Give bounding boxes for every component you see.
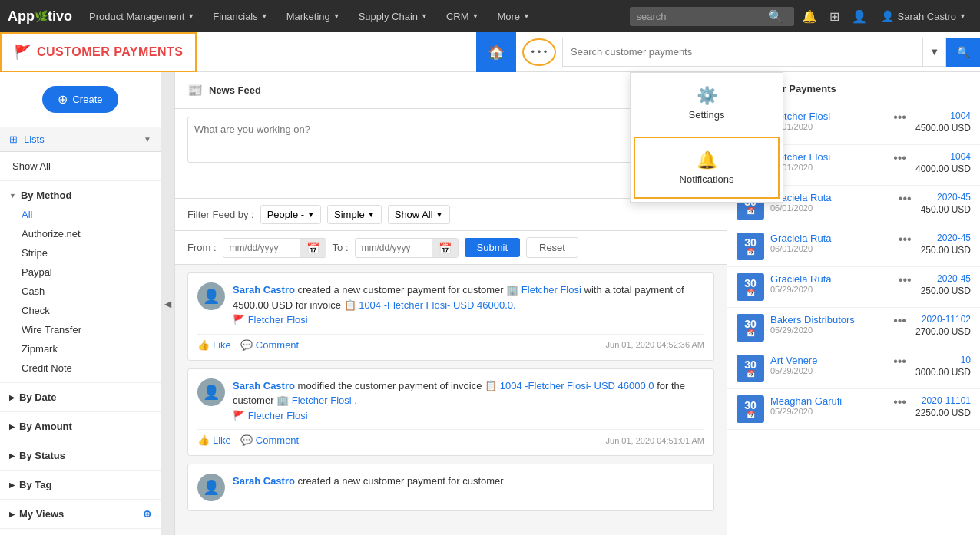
sidebar-item-cash[interactable]: Cash: [0, 282, 161, 301]
nav-item-more[interactable]: More ▼: [489, 0, 538, 32]
create-button[interactable]: ⊕ Create: [42, 86, 118, 113]
customer-name-link[interactable]: Graciela Ruta: [770, 192, 889, 203]
nav-item-supply-chain[interactable]: Supply Chain ▼: [351, 0, 435, 32]
from-calendar-btn[interactable]: 📅: [300, 239, 326, 257]
reset-button[interactable]: Reset: [526, 237, 578, 258]
customer-name-link[interactable]: Graciela Ruta: [770, 233, 889, 244]
nav-search-input[interactable]: [636, 11, 759, 22]
sidebar-item-paypal[interactable]: Paypal: [0, 263, 161, 282]
invoice-link[interactable]: 2020-45: [937, 192, 971, 203]
sidebar-section-my-views[interactable]: ▶ My Views ⊕: [0, 504, 161, 523]
payment-amount: 3000.00 USD: [915, 367, 971, 378]
more-options-button[interactable]: • • •: [522, 38, 556, 66]
header-search-input[interactable]: [563, 46, 922, 58]
feed-invoice-link[interactable]: 1004 -Fletcher Flosi- USD 46000.0: [500, 380, 654, 391]
invoice-icon: 📋: [485, 380, 497, 391]
right-panel-item[interactable]: 30 📅 Graciela Ruta 05/29/2020 ••• 2020-4…: [727, 267, 980, 308]
bell-icon[interactable]: 🔔: [797, 9, 822, 24]
comment-button[interactable]: 💬 Comment: [240, 339, 299, 351]
sidebar-item-show-all[interactable]: Show All: [0, 157, 161, 176]
customer-name-link[interactable]: Fletcher Flosi: [770, 111, 884, 122]
to-date-input-wrap: 📅: [355, 238, 459, 258]
customer-name-link[interactable]: Meaghan Garufi: [770, 395, 884, 407]
more-options-icon[interactable]: •••: [896, 233, 915, 246]
sidebar-section-by-status[interactable]: ▶ By Status: [0, 446, 161, 465]
home-button[interactable]: 🏠: [476, 32, 516, 72]
to-date-input[interactable]: [356, 239, 432, 256]
simple-filter-select[interactable]: Simple ▼: [327, 205, 382, 224]
more-options-icon[interactable]: •••: [890, 314, 909, 328]
people-filter-select[interactable]: People - ▼: [260, 205, 321, 224]
like-button[interactable]: 👍 Like: [197, 339, 231, 351]
more-options-icon[interactable]: •••: [890, 355, 909, 368]
right-panel-item[interactable]: 30 📅 Art Venere 05/29/2020 ••• 10 3000.0…: [727, 348, 980, 389]
to-calendar-btn[interactable]: 📅: [432, 239, 458, 257]
nav-item-crm[interactable]: CRM ▼: [439, 0, 487, 32]
chevron-right-icon: ▶: [9, 510, 15, 518]
right-panel-item[interactable]: 30 📅 Meaghan Garufi 05/29/2020 ••• 2020-…: [727, 389, 980, 430]
invoice-link[interactable]: 2020-11102: [922, 314, 971, 325]
sidebar-lists-row[interactable]: ⊞ Lists ▼: [0, 127, 161, 152]
person-icon[interactable]: 👤: [847, 9, 872, 24]
from-date-input[interactable]: [223, 239, 300, 256]
sidebar-item-stripe[interactable]: Stripe: [0, 243, 161, 263]
more-options-icon[interactable]: •••: [890, 111, 909, 124]
search-dropdown-btn[interactable]: ▼: [922, 38, 945, 66]
customer-name-link[interactable]: Fletcher Flosi: [770, 151, 884, 163]
sidebar-item-credit-note[interactable]: Credit Note: [0, 358, 161, 378]
invoice-link[interactable]: 1004: [950, 151, 971, 162]
invoice-link[interactable]: 2020-45: [937, 233, 971, 243]
show-all-filter-select[interactable]: Show All ▼: [388, 205, 450, 224]
feed-sub-link[interactable]: Fletcher Flosi: [248, 410, 308, 421]
customer-name-link[interactable]: Art Venere: [770, 355, 884, 366]
header-search-btn[interactable]: 🔍: [946, 38, 980, 67]
payment-amount: 2700.00 USD: [915, 326, 971, 337]
more-options-icon[interactable]: •••: [896, 273, 915, 287]
sidebar-item-zipmark[interactable]: Zipmark: [0, 339, 161, 358]
cal-icon: 30 📅: [737, 273, 764, 301]
invoice-link[interactable]: 2020-11101: [922, 395, 971, 406]
nav-item-financials[interactable]: Financials ▼: [205, 0, 275, 32]
sidebar-section-by-date[interactable]: ▶ By Date: [0, 388, 161, 407]
add-view-icon[interactable]: ⊕: [143, 508, 151, 520]
payment-amount: 4500.00 USD: [915, 123, 971, 134]
notifications-dropdown-item[interactable]: 🔔 Notifications: [634, 137, 780, 199]
payment-date: 06/01/2020: [770, 244, 889, 253]
invoice-link[interactable]: 1004: [950, 111, 971, 121]
more-options-icon[interactable]: •••: [890, 395, 909, 409]
settings-dropdown-item[interactable]: ⚙️ Settings: [631, 73, 783, 134]
sidebar-section-by-tag[interactable]: ▶ By Tag: [0, 475, 161, 494]
header-search-box: ▼: [562, 38, 946, 67]
invoice-link[interactable]: 10: [961, 355, 971, 365]
sidebar-section-by-amount[interactable]: ▶ By Amount: [0, 417, 161, 436]
user-menu[interactable]: 👤 Sarah Castro ▼: [875, 10, 972, 22]
feed-sub-link[interactable]: Fletcher Flosi: [248, 314, 308, 325]
app-logo[interactable]: App 🌿 tivo: [8, 8, 72, 25]
grid-icon[interactable]: ⊞: [825, 9, 844, 24]
nav-item-product[interactable]: Product Management ▼: [81, 0, 202, 32]
sidebar-section-by-method[interactable]: ▼ By Method: [0, 186, 161, 205]
feed-customer-link[interactable]: Fletcher Flosi: [521, 284, 581, 296]
feed-item: 👤 Sarah Castro created a new customer pa…: [187, 464, 714, 511]
feed-invoice-link[interactable]: 1004 -Fletcher Flosi- USD 46000.0.: [359, 299, 515, 311]
right-panel-item[interactable]: 30 📅 Bakers Distributors 05/29/2020 ••• …: [727, 308, 980, 348]
sidebar-item-authorize[interactable]: Authorize.net: [0, 224, 161, 243]
sidebar-item-wire-transfer[interactable]: Wire Transfer: [0, 320, 161, 339]
submit-button[interactable]: Submit: [465, 238, 520, 257]
feed-customer-link[interactable]: Fletcher Flosi .: [292, 395, 357, 406]
payment-date: 05/29/2020: [770, 407, 884, 416]
right-panel-item[interactable]: 30 📅 Graciela Ruta 06/01/2020 ••• 2020-4…: [727, 226, 980, 267]
sidebar-item-all[interactable]: All: [0, 205, 161, 224]
date-range-row: From : 📅 To : 📅 Submit Reset: [175, 231, 727, 265]
search-icon[interactable]: 🔍: [763, 9, 788, 24]
more-options-icon[interactable]: •••: [896, 192, 915, 206]
comment-button[interactable]: 💬 Comment: [240, 434, 299, 446]
nav-item-marketing[interactable]: Marketing ▼: [279, 0, 348, 32]
invoice-link[interactable]: 2020-45: [937, 273, 971, 284]
like-button[interactable]: 👍 Like: [197, 434, 231, 446]
customer-name-link[interactable]: Graciela Ruta: [770, 273, 889, 285]
more-options-icon[interactable]: •••: [890, 151, 909, 165]
sidebar-item-check[interactable]: Check: [0, 301, 161, 320]
collapse-sidebar-handle[interactable]: ◀: [161, 72, 175, 535]
customer-name-link[interactable]: Bakers Distributors: [770, 314, 884, 325]
